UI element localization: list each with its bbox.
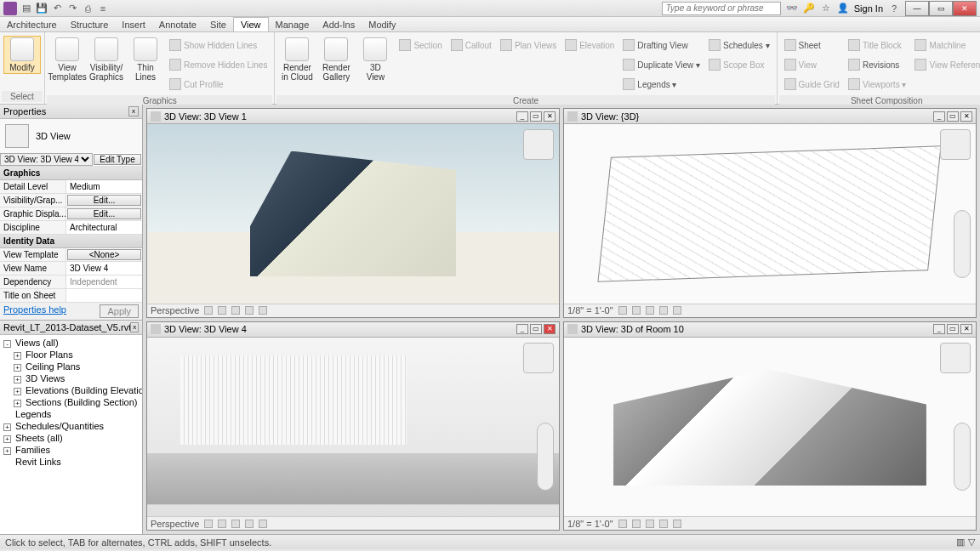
ribbon-schedules-[interactable]: Schedules ▾ xyxy=(705,36,772,54)
ribbon-duplicate-view-[interactable]: Duplicate View ▾ xyxy=(619,55,704,74)
viewport-header[interactable]: 3D View: 3D View 1_▭✕ xyxy=(147,109,559,124)
binoculars-icon[interactable]: 👓 xyxy=(786,3,798,14)
vp-close-icon[interactable]: ✕ xyxy=(960,111,972,122)
expand-icon[interactable]: + xyxy=(3,435,11,443)
ribbon-drafting-view[interactable]: Drafting View xyxy=(619,36,704,54)
viewport-header[interactable]: 3D View: 3D View 4_▭✕ xyxy=(147,322,559,338)
vp-close-icon[interactable]: ✕ xyxy=(544,324,556,334)
prop-edit-button[interactable]: Edit... xyxy=(67,195,141,206)
menu-insert[interactable]: Insert xyxy=(115,17,152,31)
qat-measure-icon[interactable]: ≡ xyxy=(97,3,109,14)
expand-icon[interactable]: - xyxy=(3,340,11,348)
vp-scale[interactable]: Perspective xyxy=(151,305,199,315)
edit-type-button[interactable]: Edit Type xyxy=(94,154,141,165)
menu-add-ins[interactable]: Add-Ins xyxy=(316,17,362,31)
expand-icon[interactable]: + xyxy=(14,388,21,395)
tree-item[interactable]: + Schedules/Quantities xyxy=(2,420,140,432)
modify-button[interactable]: Modify xyxy=(3,36,41,74)
navcube-icon[interactable] xyxy=(940,343,971,373)
vp-min-icon[interactable]: _ xyxy=(516,111,528,122)
navcube-icon[interactable] xyxy=(523,343,554,373)
properties-help-link[interactable]: Properties help xyxy=(3,304,66,318)
status-filter-icon[interactable]: ▽ xyxy=(968,537,975,548)
menu-architecture[interactable]: Architecture xyxy=(0,17,64,31)
viewport-header[interactable]: 3D View: {3D}_▭✕ xyxy=(564,109,976,124)
vp-tool-icon[interactable] xyxy=(245,520,254,528)
vp-tool-icon[interactable] xyxy=(245,306,254,315)
vp-close-icon[interactable]: ✕ xyxy=(960,324,972,334)
window-maximize-button[interactable]: ▭ xyxy=(929,1,953,16)
qat-undo-icon[interactable]: ↶ xyxy=(51,3,63,14)
prop-value[interactable]: Medium xyxy=(66,180,142,193)
vp-tool-icon[interactable] xyxy=(618,520,627,528)
qat-print-icon[interactable]: ⎙ xyxy=(82,3,94,14)
navwheel-icon[interactable] xyxy=(537,423,554,491)
tree-item[interactable]: + Floor Plans xyxy=(2,349,140,361)
viewport-canvas[interactable] xyxy=(147,338,559,517)
vp-tool-icon[interactable] xyxy=(231,520,240,528)
render-cloud-button[interactable]: Renderin Cloud xyxy=(278,36,316,83)
vp-tool-icon[interactable] xyxy=(632,520,641,528)
expand-icon[interactable]: + xyxy=(14,364,21,372)
expand-icon[interactable]: + xyxy=(3,447,11,455)
prop-edit-button[interactable]: <None> xyxy=(67,249,141,260)
qat-open-icon[interactable]: ▤ xyxy=(20,3,32,14)
3d-view-button[interactable]: 3DView xyxy=(356,36,394,83)
vp-tool-icon[interactable] xyxy=(632,306,641,315)
menu-modify[interactable]: Modify xyxy=(362,17,402,31)
vp-max-icon[interactable]: ▭ xyxy=(530,324,542,334)
tree-item[interactable]: + Sections (Building Section) xyxy=(2,396,140,408)
tree-item[interactable]: - Views (all) xyxy=(2,337,140,349)
vp-close-icon[interactable]: ✕ xyxy=(544,111,556,122)
visibility-graphics-button[interactable]: Visibility/Graphics xyxy=(88,36,125,83)
vp-max-icon[interactable]: ▭ xyxy=(530,111,542,122)
tree-item[interactable]: + Sheets (all) xyxy=(2,432,140,444)
vp-tool-icon[interactable] xyxy=(673,520,681,528)
viewport-canvas[interactable] xyxy=(564,338,976,517)
tree-item[interactable]: + Families xyxy=(2,444,140,456)
vp-tool-icon[interactable] xyxy=(259,520,267,528)
window-close-button[interactable]: ✕ xyxy=(953,1,977,16)
navwheel-icon[interactable] xyxy=(954,210,971,278)
vp-min-icon[interactable]: _ xyxy=(933,324,945,334)
vp-max-icon[interactable]: ▭ xyxy=(947,324,959,334)
viewport-canvas[interactable] xyxy=(147,124,559,304)
key-icon[interactable]: 🔑 xyxy=(803,3,815,14)
vp-tool-icon[interactable] xyxy=(218,520,226,528)
view-selector[interactable]: 3D View: 3D View 4 xyxy=(0,153,93,166)
app-icon[interactable] xyxy=(3,2,17,15)
vp-min-icon[interactable]: _ xyxy=(933,111,945,122)
tree-item[interactable]: + Elevations (Building Elevation) xyxy=(2,384,140,396)
menu-view[interactable]: View xyxy=(233,17,269,31)
vp-min-icon[interactable]: _ xyxy=(516,324,528,334)
expand-icon[interactable]: + xyxy=(14,352,21,360)
qat-save-icon[interactable]: 💾 xyxy=(36,3,48,14)
search-input[interactable] xyxy=(662,2,781,15)
properties-close-icon[interactable]: x xyxy=(128,106,139,116)
expand-icon[interactable]: + xyxy=(14,376,21,383)
vp-tool-icon[interactable] xyxy=(204,306,213,315)
star-icon[interactable]: ☆ xyxy=(820,3,832,14)
vp-scale[interactable]: 1/8" = 1'-0" xyxy=(567,305,613,315)
thin-lines-button[interactable]: ThinLines xyxy=(127,36,164,83)
view-templates-button[interactable]: ViewTemplates xyxy=(48,36,86,83)
browser-close-icon[interactable]: x xyxy=(130,322,139,332)
viewport-header[interactable]: 3D View: 3D of Room 10_▭✕ xyxy=(564,322,976,338)
status-icon[interactable]: ▥ xyxy=(956,537,965,548)
prop-value[interactable]: Architectural xyxy=(66,221,142,234)
vp-tool-icon[interactable] xyxy=(659,520,668,528)
vp-max-icon[interactable]: ▭ xyxy=(947,111,959,122)
tree-item[interactable]: + 3D Views xyxy=(2,372,140,384)
tree-item[interactable]: Legends xyxy=(2,408,140,420)
vp-tool-icon[interactable] xyxy=(646,520,654,528)
ribbon-revisions[interactable]: Revisions xyxy=(845,55,910,74)
prop-value[interactable]: 3D View 4 xyxy=(66,262,142,275)
navcube-icon[interactable] xyxy=(523,129,554,160)
tree-item[interactable]: + Ceiling Plans xyxy=(2,361,140,372)
expand-icon[interactable]: + xyxy=(3,423,11,431)
vp-tool-icon[interactable] xyxy=(659,306,668,315)
vp-tool-icon[interactable] xyxy=(231,306,240,315)
vp-scale[interactable]: Perspective xyxy=(151,519,199,529)
prop-value[interactable] xyxy=(66,289,142,302)
tree-item[interactable]: Revit Links xyxy=(2,456,140,468)
